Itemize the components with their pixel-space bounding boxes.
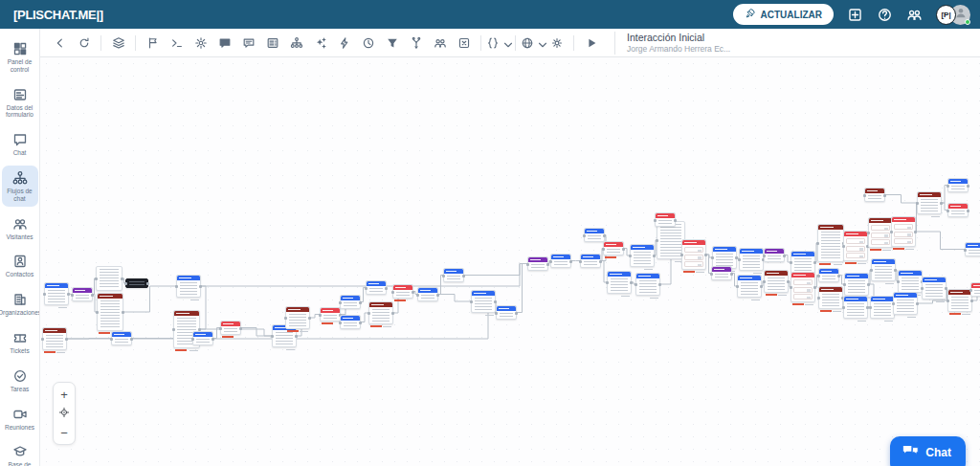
flow-node[interactable]: [711, 266, 732, 280]
toolbar-button-play[interactable]: [579, 32, 603, 55]
flow-node[interactable]: [366, 280, 387, 295]
toolbar-button-layers[interactable]: [106, 32, 130, 55]
flow-node[interactable]: [603, 241, 624, 255]
team-icon[interactable]: [906, 7, 923, 23]
flow-node[interactable]: [791, 272, 815, 302]
flow-node[interactable]: [96, 266, 122, 291]
flow-node[interactable]: [922, 277, 947, 300]
toolbar-button-sparkles[interactable]: [308, 32, 332, 55]
sidebar-item-datos-del-formulario[interactable]: Datos del formulario: [2, 82, 38, 123]
flow-node[interactable]: [607, 271, 632, 294]
toolbar-button-lightning[interactable]: [332, 32, 356, 55]
toolbar-button-filter[interactable]: [380, 32, 404, 55]
flow-node[interactable]: [817, 224, 844, 262]
toolbar-button-refresh[interactable]: [72, 32, 96, 55]
toolbar-button-braces[interactable]: [486, 32, 510, 55]
sidebar-item-tickets[interactable]: Tickets: [2, 325, 38, 359]
flow-node[interactable]: [844, 273, 869, 296]
flow-node[interactable]: [417, 287, 438, 301]
toolbar-button-back[interactable]: [48, 32, 72, 55]
flow-node[interactable]: [527, 256, 548, 271]
flow-node[interactable]: [870, 296, 895, 319]
toolbar-button-team[interactable]: [428, 32, 452, 55]
toolbar-button-terminal[interactable]: [165, 32, 189, 55]
flow-node[interactable]: [496, 305, 517, 320]
flow-node[interactable]: [285, 306, 310, 329]
flow-node[interactable]: [818, 286, 843, 309]
flow-node[interactable]: [818, 268, 839, 282]
flow-node[interactable]: [443, 268, 464, 282]
flow-node[interactable]: [368, 301, 393, 324]
flow-node[interactable]: [340, 295, 361, 309]
sidebar-item-reuniones[interactable]: Reuniones: [2, 402, 38, 435]
sidebar-item-contactos[interactable]: Contactos: [2, 249, 38, 282]
flow-node[interactable]: [898, 270, 923, 293]
toolbar-button-gear[interactable]: [545, 32, 568, 55]
flow-node[interactable]: [764, 248, 785, 262]
flow-node[interactable]: [970, 282, 980, 297]
flow-node[interactable]: [893, 292, 918, 315]
zoom-out-button[interactable]: −: [54, 423, 75, 442]
toolbar-button-flag[interactable]: [141, 32, 165, 55]
sidebar-item-base-de[interactable]: Base de: [2, 439, 38, 466]
flow-node[interactable]: [843, 296, 868, 319]
flow-node[interactable]: [843, 231, 868, 261]
flow-node[interactable]: [655, 212, 676, 227]
flow-node[interactable]: [739, 248, 764, 271]
add-square-icon[interactable]: [847, 7, 863, 23]
flow-node[interactable]: [125, 278, 148, 288]
flow-node[interactable]: [580, 254, 601, 268]
toolbar-button-flow-nodes[interactable]: [284, 32, 308, 55]
flow-node[interactable]: [44, 282, 69, 305]
flow-node[interactable]: [681, 239, 706, 270]
flow-node[interactable]: [550, 254, 571, 268]
toolbar-button-chat-message[interactable]: [236, 32, 260, 55]
flow-node[interactable]: [737, 275, 762, 298]
toolbar-button-list-card[interactable]: [260, 32, 284, 55]
chat-widget-button[interactable]: Chat: [890, 436, 966, 466]
toolbar-button-chat-bubble[interactable]: [212, 32, 236, 55]
flow-node[interactable]: [764, 270, 789, 293]
flow-canvas[interactable]: + − Chat: [40, 57, 980, 466]
center-view-button[interactable]: [54, 404, 75, 423]
flow-node[interactable]: [630, 244, 655, 267]
flow-node[interactable]: [97, 293, 123, 331]
flow-node[interactable]: [947, 178, 969, 192]
toolbar-button-clock[interactable]: [356, 32, 380, 55]
account-avatars[interactable]: [P|: [936, 5, 970, 25]
toolbar-button-branch[interactable]: [404, 32, 428, 55]
flow-node[interactable]: [111, 331, 132, 345]
sidebar-item-chat[interactable]: Chat: [2, 127, 38, 161]
flow-node[interactable]: [471, 290, 496, 313]
sidebar-item-panel-de-control[interactable]: Panel de control: [2, 36, 38, 78]
sidebar-item-visitantes[interactable]: Visitantes: [2, 211, 38, 245]
flow-node[interactable]: [947, 203, 969, 217]
toolbar-button-globe[interactable]: [521, 32, 545, 55]
flow-node[interactable]: [72, 287, 93, 301]
sidebar-item-flujos-de-chat[interactable]: Flujos de chat: [2, 166, 38, 207]
sidebar-item-tareas[interactable]: Tareas: [2, 364, 38, 397]
flow-node[interactable]: [584, 228, 605, 242]
update-button[interactable]: ACTUALIZAR: [733, 4, 834, 25]
toolbar-button-close-box[interactable]: [452, 32, 476, 55]
flow-node[interactable]: [871, 258, 896, 281]
node-body: [820, 232, 841, 261]
flow-node[interactable]: [965, 242, 980, 256]
zoom-in-button[interactable]: +: [54, 385, 75, 404]
flow-node[interactable]: [176, 275, 201, 298]
flow-node[interactable]: [320, 307, 341, 322]
flow-node[interactable]: [220, 321, 241, 335]
flow-node[interactable]: [947, 289, 972, 312]
flow-node[interactable]: [791, 251, 815, 274]
flow-node[interactable]: [917, 191, 942, 214]
flow-node[interactable]: [42, 327, 67, 350]
flow-node[interactable]: [340, 315, 361, 329]
flow-node[interactable]: [635, 273, 660, 296]
toolbar-button-focus[interactable]: [189, 32, 212, 55]
flow-node[interactable]: [891, 216, 916, 247]
sidebar-item-organizaciones[interactable]: Organizaciones: [2, 287, 38, 321]
flow-node[interactable]: [864, 188, 885, 202]
help-icon[interactable]: [877, 7, 893, 23]
flow-node[interactable]: [192, 331, 213, 345]
flow-node[interactable]: [392, 284, 413, 299]
